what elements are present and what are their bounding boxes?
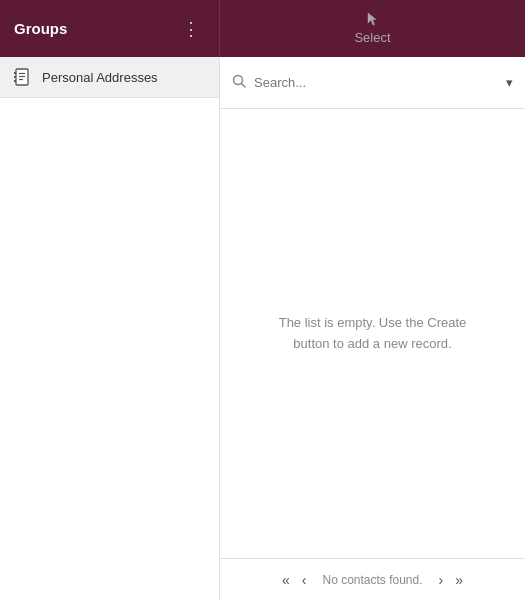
main-area: Personal Addresses ▾ The list is empty. … [0, 57, 525, 600]
cursor-icon [367, 12, 379, 28]
header: Groups ⋮ Select [0, 0, 525, 57]
content-panel: ▾ The list is empty. Use the Create butt… [220, 57, 525, 600]
last-page-button[interactable]: » [449, 572, 469, 588]
search-icon [232, 74, 246, 91]
sidebar: Personal Addresses [0, 57, 220, 600]
first-page-button[interactable]: « [276, 572, 296, 588]
select-button[interactable]: Select [220, 0, 525, 57]
groups-title: Groups [14, 20, 67, 37]
search-input[interactable] [254, 75, 506, 90]
address-book-icon [12, 67, 32, 87]
empty-state-text: The list is empty. Use the Create button… [263, 313, 483, 355]
menu-dots-icon[interactable]: ⋮ [177, 15, 205, 43]
svg-rect-5 [14, 76, 16, 78]
svg-rect-6 [14, 80, 16, 82]
next-page-button[interactable]: › [433, 572, 450, 588]
chevron-down-icon[interactable]: ▾ [506, 75, 513, 90]
sidebar-item-label: Personal Addresses [42, 70, 158, 85]
svg-line-8 [242, 84, 246, 88]
sidebar-item-personal-addresses[interactable]: Personal Addresses [0, 57, 219, 98]
pagination-status: No contacts found. [322, 573, 422, 587]
empty-state: The list is empty. Use the Create button… [220, 109, 525, 558]
footer-pagination: « ‹ No contacts found. › » [220, 558, 525, 600]
search-bar: ▾ [220, 57, 525, 109]
select-label: Select [354, 30, 390, 45]
prev-page-button[interactable]: ‹ [296, 572, 313, 588]
header-left: Groups ⋮ [0, 0, 220, 57]
svg-rect-4 [14, 72, 16, 74]
app-container: Groups ⋮ Select [0, 0, 525, 600]
